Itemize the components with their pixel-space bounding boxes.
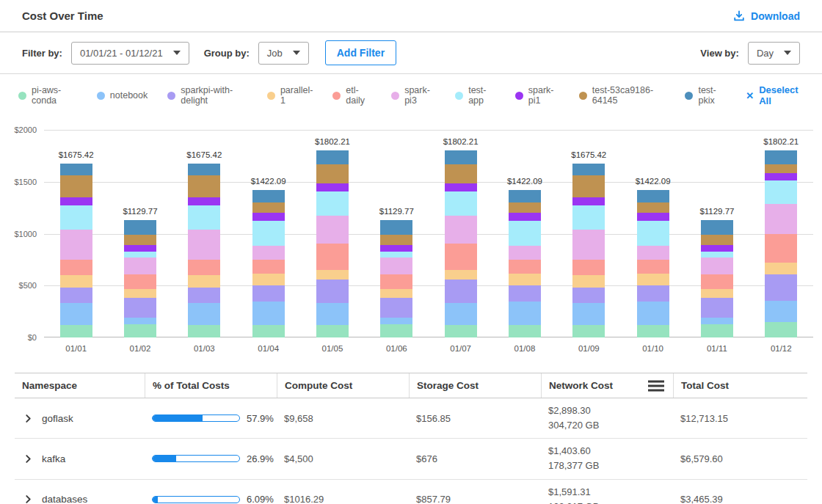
bar-segment-sparkpi-with-delight[interactable] bbox=[637, 285, 669, 302]
bar-segment-parallel-1[interactable] bbox=[188, 275, 220, 288]
expand-chevron-icon[interactable] bbox=[24, 455, 32, 463]
bar-segment-test-app[interactable] bbox=[509, 221, 541, 246]
bar-segment-parallel-1[interactable] bbox=[445, 270, 477, 280]
bar-segment-notebook[interactable] bbox=[572, 303, 605, 324]
bar-segment-test-pkix[interactable] bbox=[701, 220, 733, 235]
bar-segment-test-53ca9186-64145[interactable] bbox=[188, 175, 220, 197]
bar-segment-test-53ca9186-64145[interactable] bbox=[380, 235, 412, 245]
bar-segment-test-app[interactable] bbox=[765, 180, 797, 204]
add-filter-button[interactable]: Add Filter bbox=[325, 40, 396, 65]
bar-segment-test-pkix[interactable] bbox=[445, 150, 477, 164]
date-range-select[interactable]: 01/01/21 - 01/12/21 bbox=[71, 42, 189, 65]
bar-segment-test-53ca9186-64145[interactable] bbox=[701, 235, 733, 245]
bar-segment-notebook[interactable] bbox=[509, 302, 541, 324]
bar-segment-pi-aws-conda[interactable] bbox=[509, 325, 541, 337]
bar-segment-pi-aws-conda[interactable] bbox=[124, 324, 156, 337]
bar-segment-spark-pi3[interactable] bbox=[60, 230, 92, 260]
bar-segment-spark-pi1[interactable] bbox=[637, 213, 669, 220]
bar-segment-test-app[interactable] bbox=[445, 191, 477, 215]
bar-segment-test-pkix[interactable] bbox=[124, 220, 156, 235]
deselect-all-button[interactable]: ✕ Deselect All bbox=[746, 84, 804, 106]
legend-item-notebook[interactable]: notebook bbox=[97, 90, 148, 101]
bar-segment-pi-aws-conda[interactable] bbox=[316, 325, 349, 337]
bar-segment-spark-pi3[interactable] bbox=[445, 216, 477, 244]
bar-segment-spark-pi3[interactable] bbox=[188, 230, 220, 260]
bar-segment-sparkpi-with-delight[interactable] bbox=[701, 298, 733, 318]
bar-segment-spark-pi3[interactable] bbox=[572, 230, 605, 260]
bar-segment-pi-aws-conda[interactable] bbox=[380, 324, 412, 337]
view-by-select[interactable]: Day bbox=[748, 42, 800, 65]
bar-segment-test-53ca9186-64145[interactable] bbox=[509, 202, 541, 213]
bar-segment-notebook[interactable] bbox=[637, 302, 669, 324]
bar-segment-spark-pi3[interactable] bbox=[124, 258, 156, 274]
bar-segment-sparkpi-with-delight[interactable] bbox=[765, 274, 797, 301]
bar-segment-spark-pi3[interactable] bbox=[637, 246, 669, 260]
bar-segment-test-pkix[interactable] bbox=[637, 190, 669, 203]
bar-segment-test-app[interactable] bbox=[701, 252, 733, 257]
legend-item-test-pkix[interactable]: test-pkix bbox=[685, 85, 726, 106]
bar-segment-notebook[interactable] bbox=[701, 318, 733, 324]
bar-segment-sparkpi-with-delight[interactable] bbox=[380, 298, 412, 318]
bar-segment-test-app[interactable] bbox=[637, 221, 669, 246]
expand-chevron-icon[interactable] bbox=[24, 414, 32, 423]
bar-segment-pi-aws-conda[interactable] bbox=[701, 324, 733, 337]
col-header-total[interactable]: Total Cost bbox=[673, 373, 807, 398]
bar-segment-sparkpi-with-delight[interactable] bbox=[445, 280, 477, 303]
bar-segment-etl-daily[interactable] bbox=[509, 260, 541, 274]
bar-segment-sparkpi-with-delight[interactable] bbox=[572, 288, 605, 303]
bar-segment-notebook[interactable] bbox=[188, 303, 220, 324]
bar-segment-parallel-1[interactable] bbox=[572, 275, 605, 288]
bar-segment-spark-pi1[interactable] bbox=[701, 245, 733, 252]
bar-segment-pi-aws-conda[interactable] bbox=[188, 325, 220, 337]
bar-segment-test-53ca9186-64145[interactable] bbox=[445, 164, 477, 184]
bar-segment-pi-aws-conda[interactable] bbox=[637, 325, 669, 337]
bar-segment-spark-pi1[interactable] bbox=[188, 197, 220, 205]
bar-segment-spark-pi3[interactable] bbox=[701, 258, 733, 274]
legend-item-etl-daily[interactable]: etl-daily bbox=[332, 85, 371, 106]
bar-segment-parallel-1[interactable] bbox=[380, 289, 412, 298]
bar-segment-parallel-1[interactable] bbox=[252, 274, 285, 285]
bar-segment-etl-daily[interactable] bbox=[316, 244, 349, 270]
bar-segment-spark-pi3[interactable] bbox=[316, 216, 349, 244]
bar-segment-parallel-1[interactable] bbox=[509, 274, 541, 285]
bar-segment-parallel-1[interactable] bbox=[701, 289, 733, 298]
bar-segment-test-pkix[interactable] bbox=[509, 190, 541, 203]
bar-segment-sparkpi-with-delight[interactable] bbox=[509, 285, 541, 302]
col-header-storage[interactable]: Storage Cost bbox=[409, 373, 541, 398]
bar-segment-notebook[interactable] bbox=[124, 318, 156, 324]
bar-segment-spark-pi3[interactable] bbox=[380, 258, 412, 274]
bar-segment-notebook[interactable] bbox=[60, 303, 92, 324]
bar-segment-spark-pi3[interactable] bbox=[252, 246, 285, 260]
bar-segment-sparkpi-with-delight[interactable] bbox=[60, 288, 92, 303]
bar-segment-etl-daily[interactable] bbox=[637, 260, 669, 274]
column-menu-icon[interactable] bbox=[648, 380, 664, 391]
bar-segment-etl-daily[interactable] bbox=[701, 274, 733, 289]
bar-segment-spark-pi1[interactable] bbox=[445, 183, 477, 191]
bar-segment-test-53ca9186-64145[interactable] bbox=[124, 235, 156, 245]
legend-item-spark-pi1[interactable]: spark-pi1 bbox=[515, 85, 559, 106]
expand-chevron-icon[interactable] bbox=[24, 495, 32, 503]
bar-segment-parallel-1[interactable] bbox=[60, 275, 92, 288]
bar-segment-pi-aws-conda[interactable] bbox=[252, 325, 285, 337]
legend-item-test-53ca9186-64145[interactable]: test-53ca9186-64145 bbox=[579, 85, 666, 106]
bar-segment-spark-pi1[interactable] bbox=[380, 245, 412, 252]
bar-segment-test-app[interactable] bbox=[572, 205, 605, 230]
bar-segment-etl-daily[interactable] bbox=[252, 260, 285, 274]
bar-segment-etl-daily[interactable] bbox=[60, 260, 92, 275]
bar-segment-etl-daily[interactable] bbox=[445, 244, 477, 270]
bar-segment-test-pkix[interactable] bbox=[572, 164, 605, 175]
bar-segment-test-pkix[interactable] bbox=[60, 164, 92, 175]
bar-segment-spark-pi1[interactable] bbox=[316, 183, 349, 191]
bar-segment-sparkpi-with-delight[interactable] bbox=[316, 280, 349, 303]
bar-segment-test-app[interactable] bbox=[316, 191, 349, 215]
bar-segment-spark-pi1[interactable] bbox=[252, 213, 285, 220]
legend-item-test-app[interactable]: test-app bbox=[455, 85, 495, 106]
col-header-percent[interactable]: % of Total Costs bbox=[145, 373, 277, 398]
bar-segment-test-pkix[interactable] bbox=[188, 164, 220, 175]
bar-segment-sparkpi-with-delight[interactable] bbox=[252, 285, 285, 302]
bar-segment-sparkpi-with-delight[interactable] bbox=[124, 298, 156, 318]
bar-segment-test-app[interactable] bbox=[124, 252, 156, 257]
legend-item-spark-pi3[interactable]: spark-pi3 bbox=[391, 85, 435, 106]
bar-segment-test-53ca9186-64145[interactable] bbox=[60, 175, 92, 197]
bar-segment-test-pkix[interactable] bbox=[380, 220, 412, 235]
